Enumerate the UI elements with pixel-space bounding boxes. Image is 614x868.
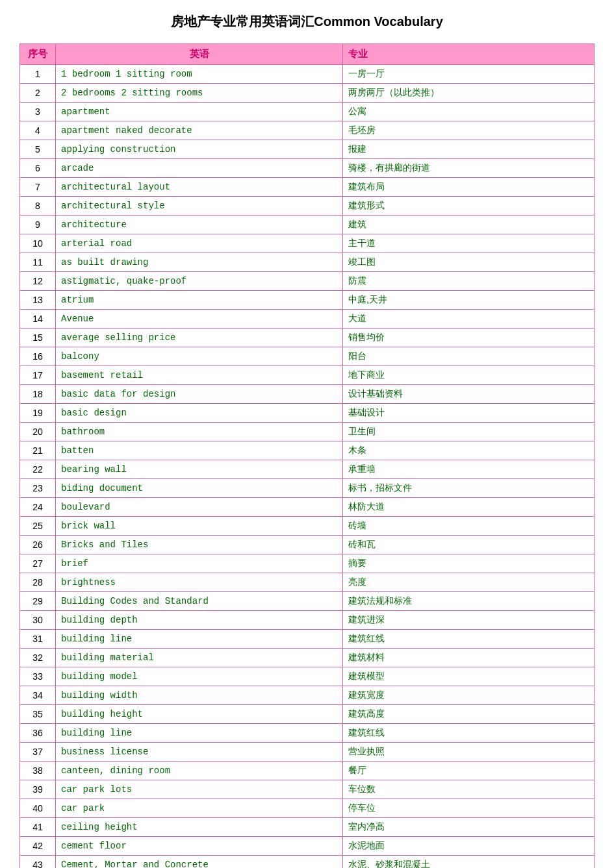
row-chinese: 建筑 — [343, 216, 595, 234]
row-number: 14 — [20, 310, 56, 329]
row-chinese: 水泥、砂浆和混凝土 — [343, 856, 595, 869]
row-english: building width — [56, 686, 343, 705]
row-chinese: 设计基础资料 — [343, 385, 595, 404]
row-number: 27 — [20, 554, 56, 573]
row-chinese: 中庭,天井 — [343, 291, 595, 310]
table-row: 8architectural style建筑形式 — [20, 197, 595, 216]
row-english: atrium — [56, 291, 343, 310]
row-english: Avenue — [56, 310, 343, 329]
row-chinese: 阳台 — [343, 347, 595, 366]
header-zh: 专业 — [343, 44, 595, 65]
row-number: 17 — [20, 366, 56, 385]
row-english: Bricks and Tiles — [56, 536, 343, 554]
row-number: 35 — [20, 705, 56, 724]
row-number: 25 — [20, 517, 56, 536]
table-row: 30building depth建筑进深 — [20, 611, 595, 630]
table-row: 38canteen, dining room餐厅 — [20, 762, 595, 780]
row-chinese: 建筑进深 — [343, 611, 595, 630]
row-number: 10 — [20, 234, 56, 253]
row-number: 34 — [20, 686, 56, 705]
row-chinese: 亮度 — [343, 573, 595, 592]
table-row: 4apartment naked decorate毛坯房 — [20, 121, 595, 140]
row-chinese: 地下商业 — [343, 366, 595, 385]
row-chinese: 车位数 — [343, 780, 595, 799]
table-row: 41ceiling height室内净高 — [20, 818, 595, 837]
table-row: 42cement floor水泥地面 — [20, 837, 595, 856]
row-english: architectural layout — [56, 178, 343, 197]
row-english: basic design — [56, 404, 343, 423]
row-number: 26 — [20, 536, 56, 554]
row-chinese: 木条 — [343, 441, 595, 460]
row-english: bathroom — [56, 423, 343, 441]
row-number: 8 — [20, 197, 56, 216]
table-row: 26Bricks and Tiles 砖和瓦 — [20, 536, 595, 554]
table-row: 15average selling price销售均价 — [20, 329, 595, 347]
row-number: 7 — [20, 178, 56, 197]
row-chinese: 建筑模型 — [343, 667, 595, 686]
header-num: 序号 — [20, 44, 56, 65]
table-row: 25brick wall砖墙 — [20, 517, 595, 536]
table-row: 39car park lots车位数 — [20, 780, 595, 799]
row-chinese: 大道 — [343, 310, 595, 329]
table-row: 24boulevard林防大道 — [20, 498, 595, 517]
table-row: 5applying construction报建 — [20, 140, 595, 159]
row-chinese: 室内净高 — [343, 818, 595, 837]
row-number: 15 — [20, 329, 56, 347]
table-row: 17basement retail地下商业 — [20, 366, 595, 385]
row-english: building model — [56, 667, 343, 686]
row-chinese: 建筑材料 — [343, 649, 595, 667]
row-english: business license — [56, 743, 343, 762]
row-chinese: 卫生间 — [343, 423, 595, 441]
row-number: 43 — [20, 856, 56, 869]
row-chinese: 销售均价 — [343, 329, 595, 347]
row-chinese: 建筑布局 — [343, 178, 595, 197]
row-number: 30 — [20, 611, 56, 630]
row-number: 36 — [20, 724, 56, 743]
table-row: 14Avenue大道 — [20, 310, 595, 329]
row-chinese: 建筑高度 — [343, 705, 595, 724]
row-number: 42 — [20, 837, 56, 856]
row-chinese: 承重墙 — [343, 460, 595, 479]
row-english: Cement, Mortar and Concrete — [56, 856, 343, 869]
row-number: 24 — [20, 498, 56, 517]
row-chinese: 骑楼，有拱廊的街道 — [343, 159, 595, 178]
row-chinese: 防震 — [343, 272, 595, 291]
table-row: 27brief摘要 — [20, 554, 595, 573]
table-row: 40car park停车位 — [20, 799, 595, 818]
row-chinese: 报建 — [343, 140, 595, 159]
row-english: Building Codes and Standard — [56, 592, 343, 611]
row-chinese: 竣工图 — [343, 253, 595, 272]
row-number: 32 — [20, 649, 56, 667]
row-english: arterial road — [56, 234, 343, 253]
row-english: brightness — [56, 573, 343, 592]
row-english: batten — [56, 441, 343, 460]
table-row: 22 bedrooms 2 sitting rooms两房两厅（以此类推） — [20, 84, 595, 103]
row-english: architectural style — [56, 197, 343, 216]
row-chinese: 林防大道 — [343, 498, 595, 517]
row-english: canteen, dining room — [56, 762, 343, 780]
row-english: car park — [56, 799, 343, 818]
row-chinese: 砖和瓦 — [343, 536, 595, 554]
row-english: astigmatic, quake-proof — [56, 272, 343, 291]
table-row: 10arterial road主干道 — [20, 234, 595, 253]
row-english: cement floor — [56, 837, 343, 856]
row-number: 1 — [20, 65, 56, 84]
row-chinese: 停车位 — [343, 799, 595, 818]
table-row: 19basic design基础设计 — [20, 404, 595, 423]
row-chinese: 建筑宽度 — [343, 686, 595, 705]
row-chinese: 建筑法规和标准 — [343, 592, 595, 611]
page-title: 房地产专业常用英语词汇Common Vocabulary — [19, 13, 595, 31]
row-chinese: 砖墙 — [343, 517, 595, 536]
table-row: 33building model建筑模型 — [20, 667, 595, 686]
row-chinese: 毛坯房 — [343, 121, 595, 140]
row-number: 28 — [20, 573, 56, 592]
row-chinese: 主干道 — [343, 234, 595, 253]
row-number: 5 — [20, 140, 56, 159]
table-row: 36building line建筑红线 — [20, 724, 595, 743]
row-number: 19 — [20, 404, 56, 423]
row-chinese: 标书，招标文件 — [343, 479, 595, 498]
row-english: 2 bedrooms 2 sitting rooms — [56, 84, 343, 103]
table-row: 3apartment公寓 — [20, 103, 595, 121]
row-english: ceiling height — [56, 818, 343, 837]
table-row: 43Cement, Mortar and Concrete水泥、砂浆和混凝土 — [20, 856, 595, 869]
